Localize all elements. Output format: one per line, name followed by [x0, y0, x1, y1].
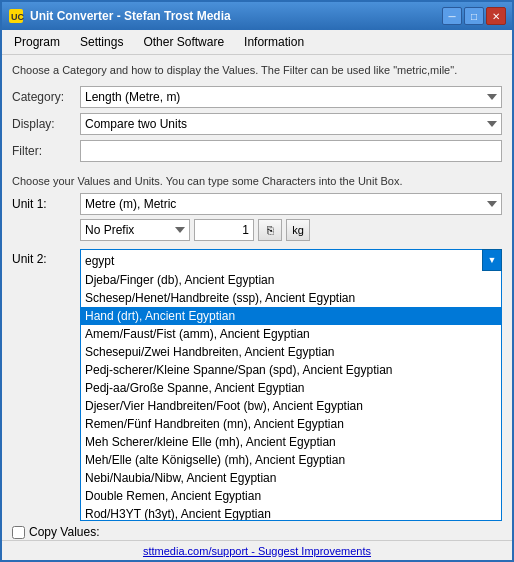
dropdown-item[interactable]: Remen/Fünf Handbreiten (mn), Ancient Egy… [81, 415, 501, 433]
filter-row: Filter: [12, 140, 502, 162]
copy-button[interactable]: ⎘ [258, 219, 282, 241]
copy-values-label: Copy Values: [29, 525, 99, 539]
app-icon: UC [8, 8, 24, 24]
menu-settings[interactable]: Settings [72, 32, 131, 52]
dropdown-item[interactable]: Schesepui/Zwei Handbreiten, Ancient Egyp… [81, 343, 501, 361]
menu-information[interactable]: Information [236, 32, 312, 52]
unit2-input[interactable] [80, 249, 502, 271]
copy-values-checkbox[interactable] [12, 526, 25, 539]
menu-other-software[interactable]: Other Software [135, 32, 232, 52]
filter-label: Filter: [12, 144, 80, 158]
dropdown-item[interactable]: Rod/H3YT (h3yt), Ancient Egyptian [81, 505, 501, 521]
display-row: Display: Compare two Units [12, 113, 502, 135]
category-select[interactable]: Length (Metre, m) [80, 86, 502, 108]
window-title: Unit Converter - Stefan Trost Media [30, 9, 442, 23]
weight-button[interactable]: kg [286, 219, 310, 241]
dropdown-item[interactable]: Amem/Faust/Fist (amm), Ancient Egyptian [81, 325, 501, 343]
status-bar[interactable]: sttmedia.com/support - Suggest Improveme… [2, 540, 512, 560]
value-input[interactable] [194, 219, 254, 241]
display-select[interactable]: Compare two Units [80, 113, 502, 135]
main-content: Choose a Category and how to display the… [2, 55, 512, 562]
maximize-button[interactable]: □ [464, 7, 484, 25]
unit1-label: Unit 1: [12, 197, 80, 211]
unit1-select[interactable]: Metre (m), Metric [80, 193, 502, 215]
application-window: UC Unit Converter - Stefan Trost Media ─… [0, 0, 514, 562]
info-text-2: Choose your Values and Units. You can ty… [12, 175, 502, 187]
display-label: Display: [12, 117, 80, 131]
status-bar-text: sttmedia.com/support - Suggest Improveme… [143, 545, 371, 557]
filter-input[interactable] [80, 140, 502, 162]
unit2-label: Unit 2: [12, 249, 80, 266]
dropdown-item[interactable]: Djeser/Vier Handbreiten/Foot (bw), Ancie… [81, 397, 501, 415]
dropdown-item[interactable]: Meh/Elle (alte Königselle) (mh), Ancient… [81, 451, 501, 469]
minimize-button[interactable]: ─ [442, 7, 462, 25]
dropdown-item[interactable]: Pedj-scherer/Kleine Spanne/Span (spd), A… [81, 361, 501, 379]
unit2-dropdown-list: Djeba/Finger (db), Ancient EgyptianSches… [80, 271, 502, 521]
dropdown-item[interactable]: Nebi/Naubia/Nibw, Ancient Egyptian [81, 469, 501, 487]
bottom-row: Copy Values: [12, 525, 502, 539]
title-bar: UC Unit Converter - Stefan Trost Media ─… [2, 2, 512, 30]
unit2-dropdown-arrow[interactable] [482, 249, 502, 271]
menu-bar: Program Settings Other Software Informat… [2, 30, 512, 55]
dropdown-item[interactable]: Hand (drt), Ancient Egyptian [81, 307, 501, 325]
svg-text:UC: UC [11, 12, 24, 22]
close-button[interactable]: ✕ [486, 7, 506, 25]
unit1-row: Unit 1: Metre (m), Metric [12, 193, 502, 215]
info-text-1: Choose a Category and how to display the… [12, 63, 502, 78]
dropdown-item[interactable]: Meh Scherer/kleine Elle (mh), Ancient Eg… [81, 433, 501, 451]
unit2-row: Unit 2: Djeba/Finger (db), Ancient Egypt… [12, 249, 502, 521]
category-row: Category: Length (Metre, m) [12, 86, 502, 108]
unit2-dropdown-container: Djeba/Finger (db), Ancient EgyptianSches… [80, 249, 502, 521]
weight-icon: kg [292, 224, 304, 236]
dropdown-item[interactable]: Schesep/Henet/Handbreite (ssp), Ancient … [81, 289, 501, 307]
prefix-select[interactable]: No Prefix [80, 219, 190, 241]
prefix-row: No Prefix ⎘ kg [80, 219, 502, 241]
dropdown-item[interactable]: Pedj-aa/Große Spanne, Ancient Egyptian [81, 379, 501, 397]
dropdown-item[interactable]: Double Remen, Ancient Egyptian [81, 487, 501, 505]
category-label: Category: [12, 90, 80, 104]
window-controls: ─ □ ✕ [442, 7, 506, 25]
menu-program[interactable]: Program [6, 32, 68, 52]
dropdown-item[interactable]: Djeba/Finger (db), Ancient Egyptian [81, 271, 501, 289]
copy-icon: ⎘ [267, 224, 274, 236]
